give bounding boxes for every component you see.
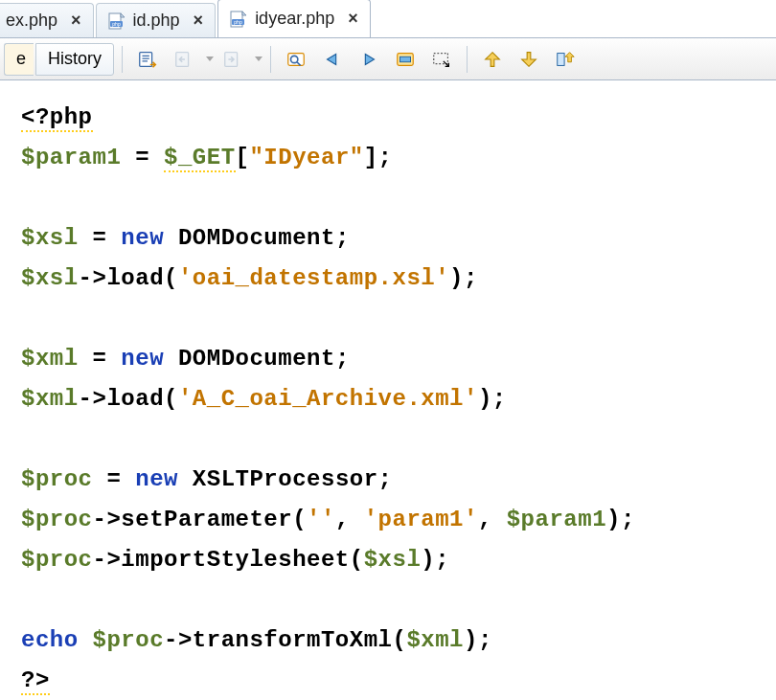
code-token: $xml	[21, 386, 79, 412]
code-token: DOMDocument	[178, 346, 335, 372]
svg-rect-14	[558, 53, 564, 65]
tab-label: ex.php	[6, 11, 57, 31]
code-token: $proc	[93, 627, 165, 653]
chevron-down-icon[interactable]	[206, 56, 214, 61]
code-token: 'A_C_oai_Archive.xml'	[178, 386, 478, 412]
nav-back-button[interactable]	[167, 42, 201, 77]
tab-id-php[interactable]: php id.php ×	[96, 3, 217, 37]
code-token: echo	[21, 627, 79, 653]
chevron-down-icon[interactable]	[255, 56, 262, 61]
code-token: $xsl	[364, 547, 422, 573]
last-edit-location-button[interactable]	[130, 42, 165, 77]
code-token: $xsl	[21, 265, 79, 291]
code-token: $param1	[21, 145, 121, 170]
svg-rect-6	[140, 52, 152, 66]
code-token: ''	[307, 507, 335, 532]
code-editor[interactable]: <?php $param1 = $_GET["IDyear"]; $xsl = …	[0, 80, 776, 700]
previous-bookmark-button[interactable]	[475, 42, 510, 77]
code-token: load	[106, 265, 164, 291]
code-token: $_GET	[164, 145, 236, 172]
separator	[467, 46, 468, 73]
code-token: DOMDocument	[178, 225, 335, 251]
separator	[270, 46, 271, 73]
code-token: $proc	[21, 466, 93, 492]
code-token: XSLTProcessor	[193, 466, 378, 492]
php-file-icon: php	[230, 11, 247, 28]
toggle-bookmark-button[interactable]	[548, 42, 582, 77]
code-token: new	[121, 346, 164, 372]
find-next-button[interactable]	[352, 42, 386, 77]
toolbar: e History	[0, 38, 776, 80]
code-token: $xsl	[21, 225, 79, 251]
toggle-highlight-button[interactable]	[388, 42, 422, 77]
tab-bar: ex.php × php id.php × php idyear.php ×	[0, 0, 776, 38]
close-icon[interactable]: ×	[348, 9, 358, 29]
view-history-tab[interactable]: History	[35, 43, 114, 76]
tab-idyear-php[interactable]: php idyear.php ×	[217, 0, 371, 37]
tab-ex-php[interactable]: ex.php ×	[0, 3, 94, 37]
code-token: transformToXml	[193, 627, 393, 653]
code-token: $proc	[21, 507, 93, 532]
code-token: "IDyear"	[249, 145, 363, 170]
code-token: <?php	[21, 104, 93, 132]
code-token: 'param1'	[364, 507, 478, 532]
code-token: $param1	[507, 507, 606, 532]
nav-forward-button[interactable]	[216, 42, 250, 77]
svg-text:php: php	[112, 20, 121, 26]
close-icon[interactable]: ×	[194, 11, 204, 31]
code-token: 'oai_datestamp.xsl'	[178, 265, 449, 291]
code-token: $xml	[21, 346, 79, 372]
code-token: $proc	[21, 547, 93, 573]
tab-label: idyear.php	[255, 9, 334, 29]
tab-label: id.php	[133, 11, 180, 31]
svg-text:php: php	[234, 18, 242, 24]
view-source-tab[interactable]: e	[4, 43, 34, 76]
find-previous-button[interactable]	[315, 42, 350, 77]
code-token: load	[106, 386, 164, 412]
code-token: new	[121, 225, 164, 251]
separator	[122, 46, 123, 73]
code-token: importStylesheet	[121, 547, 349, 573]
code-token: ?>	[21, 667, 50, 695]
php-file-icon: php	[108, 12, 126, 30]
svg-rect-12	[400, 56, 411, 62]
code-token: $xml	[406, 627, 464, 653]
rectangular-selection-button[interactable]	[424, 42, 459, 77]
code-token: new	[135, 466, 178, 492]
close-icon[interactable]: ×	[71, 11, 81, 31]
next-bookmark-button[interactable]	[512, 42, 546, 77]
svg-rect-13	[434, 53, 448, 63]
find-selection-button[interactable]	[279, 42, 313, 77]
code-token: setParameter	[121, 507, 292, 532]
